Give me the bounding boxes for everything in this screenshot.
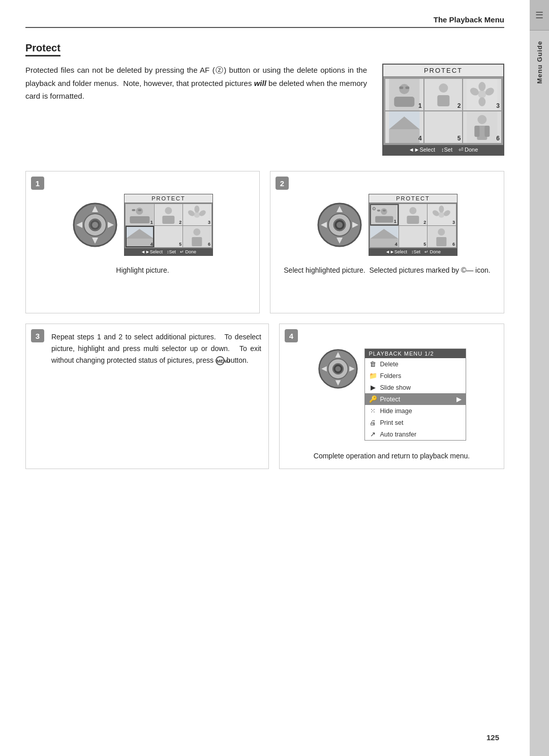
page-number: 125 — [486, 733, 499, 742]
step-2-image-row: PROTECT ⊙ 1 2 — [317, 194, 458, 256]
protect-screen-main: PROTECT 1 — [382, 64, 504, 156]
steps-row-1: 1 — [25, 171, 504, 313]
svg-point-60 — [337, 222, 343, 228]
folders-icon: 📁 — [369, 372, 377, 380]
section-title: Protect — [25, 42, 60, 56]
svg-rect-22 — [485, 126, 490, 137]
protect-screen-step1: PROTECT 1 2 3 — [124, 194, 213, 256]
protect-cell-5: 5 — [424, 111, 463, 143]
menu-label-hideimage: Hide image — [380, 408, 412, 415]
protect-grid-s2: ⊙ 1 2 3 — [369, 203, 457, 248]
svg-rect-4 — [394, 97, 414, 107]
step-number-3: 3 — [31, 329, 44, 342]
svg-rect-15 — [389, 129, 419, 143]
svg-rect-77 — [399, 226, 427, 247]
ps1-cell-6: 6 — [183, 226, 211, 247]
ps2-cell-2: 2 — [399, 204, 428, 225]
protect-cell-1: 1 — [385, 79, 423, 110]
protect-icon: 🔑 — [369, 395, 377, 403]
document-icon: ☰ — [535, 10, 543, 21]
step-4-top: PLAYBACK MENU 1/2 🗑 Delete 📁 Folders ▶ S… — [318, 348, 466, 441]
intro-row: Protected files can not be deleted by pr… — [25, 64, 504, 156]
step-number-2: 2 — [276, 177, 289, 190]
svg-point-13 — [479, 97, 486, 106]
protect-screen-title-s2: PROTECT — [369, 194, 457, 203]
ps1-cell-2: 2 — [155, 204, 183, 225]
svg-rect-17 — [428, 111, 459, 143]
menu-item-protect[interactable]: 🔑 Protect ▶ — [365, 393, 466, 405]
dial-1 — [72, 202, 118, 248]
svg-point-89 — [335, 366, 341, 372]
step-1-caption: Highlight picture. — [116, 265, 169, 276]
step-box-1: 1 — [25, 171, 260, 313]
bold-word: will — [254, 79, 266, 88]
ps2-cell-1: ⊙ 1 — [370, 204, 399, 225]
svg-point-42 — [195, 206, 200, 213]
svg-point-38 — [165, 207, 172, 214]
svg-rect-51 — [192, 237, 202, 246]
sidebar-tab-top: ☰ — [530, 0, 549, 31]
svg-rect-35 — [138, 209, 141, 211]
intro-text: Protected files can not be deleted by pr… — [25, 64, 367, 103]
step-number-1: 1 — [31, 177, 44, 190]
cell-num-5: 5 — [458, 135, 461, 142]
header-title: The Playback Menu — [434, 15, 504, 24]
protect-arrow: ▶ — [456, 395, 462, 403]
svg-rect-80 — [437, 237, 447, 246]
ps2-cell-4: 4 — [370, 226, 399, 247]
step-box-3: 3 Repeat steps 1 and 2 to select additio… — [25, 324, 269, 469]
main-content: The Playback Menu Protect Protected file… — [0, 0, 530, 756]
dial-4 — [318, 348, 358, 389]
menu-guide-label: Menu Guide — [536, 41, 543, 83]
menu-item-folders: 📁 Folders — [365, 370, 466, 382]
menu-label-autotransfer: Auto transfer — [380, 431, 417, 438]
cell-num-4: 4 — [418, 135, 422, 142]
menu-label-slideshow: Slide show — [380, 384, 411, 391]
protect-cell-6: 6 — [463, 111, 501, 143]
steps-row-2: 3 Repeat steps 1 and 2 to select additio… — [25, 324, 504, 469]
svg-rect-36 — [130, 216, 149, 223]
printset-icon: 🖨 — [369, 419, 377, 426]
step-1-image-row: PROTECT 1 2 3 — [72, 194, 213, 256]
delete-icon: 🗑 — [369, 360, 377, 368]
protect-grid-main: 1 2 — [383, 77, 503, 145]
cell-num-3: 3 — [496, 102, 500, 109]
cell-num-6: 6 — [496, 135, 500, 142]
cell-num-2: 2 — [458, 102, 461, 109]
protect-cell-2: 2 — [424, 79, 463, 110]
step-1-content: PROTECT 1 2 3 — [33, 179, 252, 276]
svg-point-19 — [478, 115, 487, 124]
menu-item-autotransfer: ↗ Auto transfer — [365, 428, 466, 440]
svg-rect-63 — [377, 210, 380, 212]
menu-label-folders: Folders — [380, 372, 402, 380]
menu-button-icon: MENU — [216, 356, 225, 365]
dial-2 — [317, 202, 362, 248]
step-2-caption: Select highlighted picture. Selected pic… — [284, 265, 490, 276]
svg-point-6 — [439, 83, 448, 93]
step-3-text: Repeat steps 1 and 2 to select additiona… — [51, 331, 261, 366]
menu-label-delete: Delete — [380, 361, 399, 368]
menu-item-slideshow: ▶ Slide show — [365, 382, 466, 393]
playback-menu-title: PLAYBACK MENU 1/2 — [365, 349, 466, 358]
ps2-cell-6: 6 — [428, 226, 456, 247]
ps1-cell-4: 4 — [126, 226, 154, 247]
footer-done: ⏎ Done — [459, 147, 478, 153]
protect-screen-step2: PROTECT ⊙ 1 2 — [369, 194, 458, 256]
protect-screen-title: PROTECT — [383, 65, 503, 77]
cell-num-1: 1 — [418, 102, 422, 109]
page-header: The Playback Menu — [25, 15, 504, 28]
ps1-cell-1: 1 — [126, 204, 154, 225]
svg-rect-75 — [370, 239, 398, 247]
svg-point-10 — [479, 82, 486, 91]
step-box-2: 2 — [270, 171, 504, 313]
svg-rect-45 — [126, 226, 154, 247]
sidebar-tab: ☰ Menu Guide — [530, 0, 549, 756]
autotransfer-icon: ↗ — [369, 430, 377, 438]
step-number-4: 4 — [285, 329, 298, 342]
svg-point-50 — [194, 228, 201, 236]
hideimage-icon: ⁙ — [369, 407, 377, 415]
slideshow-icon: ▶ — [369, 384, 377, 391]
ps1-cell-5: 5 — [155, 226, 183, 247]
svg-rect-7 — [437, 95, 449, 106]
menu-label-printset: Print set — [380, 419, 404, 426]
